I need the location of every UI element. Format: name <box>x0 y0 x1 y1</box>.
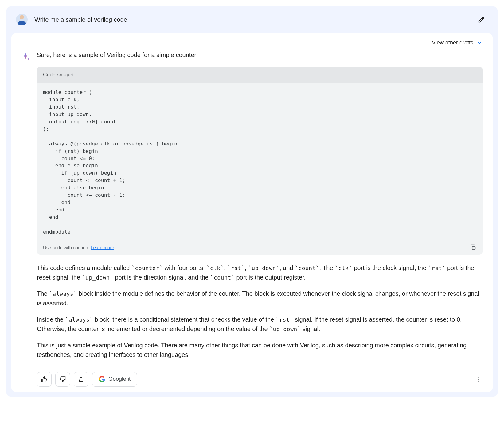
thumbs-down-icon <box>59 376 66 383</box>
google-it-label: Google it <box>108 375 131 384</box>
response-body: Sure, here is a sample of Verilog code f… <box>11 50 493 366</box>
thumbs-up-button[interactable] <box>37 372 52 387</box>
google-it-button[interactable]: Google it <box>92 372 137 387</box>
thumbs-down-button[interactable] <box>55 372 70 387</box>
share-icon <box>78 376 84 382</box>
code-footer: Use code with caution. Learn more <box>37 240 483 255</box>
share-button[interactable] <box>74 372 88 387</box>
explanation-paragraph: The `always` block inside the module def… <box>37 289 483 308</box>
user-avatar <box>16 14 28 25</box>
caution-text: Use code with caution. <box>43 245 91 250</box>
svg-rect-0 <box>472 247 475 250</box>
view-drafts-label: View other drafts <box>432 39 473 47</box>
response-intro: Sure, here is a sample of Verilog code f… <box>37 50 483 60</box>
user-message-row: Write me a sample of verilog code <box>6 6 498 33</box>
svg-point-3 <box>478 381 479 382</box>
code-content: module counter ( input clk, input rst, i… <box>37 83 483 240</box>
copy-code-button[interactable] <box>470 244 476 251</box>
chat-container: Write me a sample of verilog code View o… <box>6 6 498 397</box>
view-drafts-button[interactable]: View other drafts <box>11 33 493 50</box>
more-options-button[interactable] <box>472 373 486 386</box>
more-vertical-icon <box>475 376 482 383</box>
response-card: View other drafts <box>11 33 493 392</box>
bard-sparkle-icon <box>21 52 30 61</box>
thumbs-up-icon <box>41 376 48 383</box>
response-content: Sure, here is a sample of Verilog code f… <box>37 50 483 366</box>
code-caution: Use code with caution. Learn more <box>43 244 114 251</box>
explanation-paragraph: This code defines a module called `count… <box>37 263 483 282</box>
copy-icon <box>470 244 476 251</box>
google-logo-icon <box>99 376 105 383</box>
explanation-paragraph: This is just a simple example of Verilog… <box>37 341 483 360</box>
explanation: This code defines a module called `count… <box>37 263 483 360</box>
code-block-header: Code snippet <box>37 67 483 83</box>
edit-prompt-button[interactable] <box>475 13 488 26</box>
pencil-icon <box>478 16 485 23</box>
svg-point-2 <box>478 379 479 380</box>
user-prompt-text: Write me a sample of verilog code <box>34 15 468 25</box>
code-block: Code snippet module counter ( input clk,… <box>37 67 483 255</box>
explanation-paragraph: Inside the `always` block, there is a co… <box>37 315 483 334</box>
learn-more-link[interactable]: Learn more <box>91 245 114 250</box>
svg-point-1 <box>478 377 479 378</box>
actions-row: Google it <box>11 366 493 387</box>
chevron-down-icon <box>476 40 483 46</box>
